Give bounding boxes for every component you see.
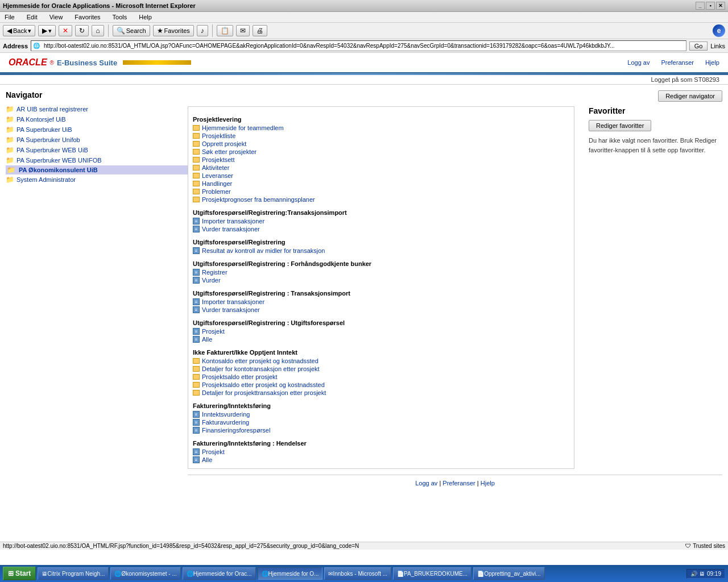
nav-link-pa-superbruker[interactable]: PA Superbruker UiB <box>16 126 72 133</box>
menu-item-prosjektliste[interactable]: Prosjektliste <box>193 132 569 140</box>
link-hjemmeside-teammedlem[interactable]: Hjemmeside for teammedlem <box>202 124 284 131</box>
link-prosjektliste[interactable]: Prosjektliste <box>202 132 235 139</box>
media-button[interactable]: ♪ <box>197 25 208 36</box>
nav-link-system-admin[interactable]: System Administrator <box>16 176 76 183</box>
nav-link-pa-kontorsjef[interactable]: PA Kontorsjef UiB <box>16 116 66 123</box>
menu-item-resultat-kontroll[interactable]: ≡ Resultat av kontroll av midler for tra… <box>193 247 569 255</box>
nav-link-pa-superbruker-unifob[interactable]: PA Superbruker Unifob <box>16 136 80 143</box>
menu-item-finansieringsforespørsel[interactable]: ≡ Finansieringsforespørsel <box>193 426 569 434</box>
menu-item-vurder[interactable]: ≡ Vurder <box>193 276 569 284</box>
link-prosjektsett[interactable]: Prosjektsett <box>202 156 234 163</box>
link-opprett-prosjekt[interactable]: Opprett prosjekt <box>202 140 246 147</box>
link-prosjekt-utg[interactable]: Prosjekt <box>202 328 225 335</box>
stop-button[interactable]: ✕ <box>59 25 72 36</box>
menu-help[interactable]: Help <box>137 13 154 21</box>
link-problemer[interactable]: Problemer <box>202 188 231 195</box>
link-fakturavurdering[interactable]: Fakturavurdering <box>202 419 249 426</box>
menu-item-vurder-trans-2[interactable]: ≡ Vurder transaksjoner <box>193 306 569 314</box>
menu-item-prosjektprognoser[interactable]: Prosjektprognoser fra bemanningsplaner <box>193 196 569 203</box>
menu-item-prosjektsaldo[interactable]: Prosjektsaldo etter prosjekt <box>193 373 569 381</box>
nav-link-pa-okonomikonsulent[interactable]: PA Økonomikonsulent UiB <box>18 167 99 173</box>
menu-edit[interactable]: Edit <box>25 13 39 21</box>
print-button[interactable]: 🖨 <box>253 25 267 36</box>
link-inntektsvurdering[interactable]: Inntektsvurdering <box>202 411 250 418</box>
menu-tools[interactable]: Tools <box>111 13 129 21</box>
hjelp-link[interactable]: Hjelp <box>705 59 719 66</box>
back-button[interactable]: ◀ Back ▾ <box>3 25 35 36</box>
nav-item-pa-superbruker[interactable]: 📁 PA Superbruker UiB <box>6 124 188 135</box>
menu-item-prosjektsaldo-kost[interactable]: Prosjektsaldo etter prosjekt og kostnads… <box>193 381 569 389</box>
menu-view[interactable]: View <box>48 13 65 21</box>
link-leveranser[interactable]: Leveranser <box>202 172 233 179</box>
home-button[interactable]: ⌂ <box>92 25 104 36</box>
menu-item-detaljer-prosjekttrans[interactable]: Detaljer for prosjekttransaksjon etter p… <box>193 389 569 397</box>
link-resultat-kontroll[interactable]: Resultat av kontroll av midler for trans… <box>202 247 325 254</box>
menu-item-alle-hend[interactable]: ≡ Alle <box>193 456 569 464</box>
nav-item-system-admin[interactable]: 📁 System Administrator <box>6 174 188 185</box>
forward-dropdown-icon[interactable]: ▾ <box>48 27 52 35</box>
link-vurder-trans-2[interactable]: Vurder transaksjoner <box>202 306 260 313</box>
bottom-logg-av[interactable]: Logg av <box>415 480 437 487</box>
menu-item-leveranser[interactable]: Leveranser <box>193 172 569 180</box>
link-detaljer-prosjekttrans[interactable]: Detaljer for prosjekttransaksjon etter p… <box>202 389 326 396</box>
window-controls[interactable]: _ ▪ ✕ <box>696 2 725 10</box>
link-finansieringsforespørsel[interactable]: Finansieringsforespørsel <box>202 427 270 434</box>
nav-item-pa-superbruker-unifob[interactable]: 📁 PA Superbruker Unifob <box>6 135 188 145</box>
menu-favorites[interactable]: Favorites <box>73 13 102 21</box>
nav-item-pa-okonomikonsulent[interactable]: 📁 PA Økonomikonsulent UiB <box>6 165 188 174</box>
refresh-button[interactable]: ↻ <box>75 25 89 36</box>
maximize-button[interactable]: ▪ <box>706 2 715 10</box>
link-registrer[interactable]: Registrer <box>202 269 228 276</box>
link-kontosaldo[interactable]: Kontosaldo etter prosjekt og kostnadsste… <box>202 357 318 364</box>
menu-item-importer-trans-2[interactable]: ≡ Importer transaksjoner <box>193 298 569 306</box>
menu-file[interactable]: File <box>3 13 16 21</box>
address-input[interactable] <box>42 41 684 50</box>
link-prosjektsaldo-kost[interactable]: Prosjektsaldo etter prosjekt og kostnads… <box>202 381 325 388</box>
menu-item-opprett-prosjekt[interactable]: Opprett prosjekt <box>193 140 569 148</box>
nav-item-pa-superbruker-web-unifob[interactable]: 📁 PA Superbruker WEB UNIFOB <box>6 155 188 165</box>
back-dropdown-icon[interactable]: ▾ <box>28 27 31 35</box>
link-importer-trans-2[interactable]: Importer transaksjoner <box>202 298 264 305</box>
menu-item-prosjekt-hend[interactable]: ≡ Prosjekt <box>193 448 569 456</box>
menu-item-fakturavurdering[interactable]: ≡ Fakturavurdering <box>193 418 569 426</box>
menu-item-alle-utg[interactable]: ≡ Alle <box>193 335 569 343</box>
menu-item-problemer[interactable]: Problemer <box>193 188 569 196</box>
nav-item-pa-kontorsjef[interactable]: 📁 PA Kontorsjef UiB <box>6 114 188 124</box>
bottom-hjelp[interactable]: Hjelp <box>481 480 495 487</box>
link-alle-hend[interactable]: Alle <box>202 456 212 463</box>
nav-link-pa-superbruker-web-unifob[interactable]: PA Superbruker WEB UNIFOB <box>16 157 102 164</box>
menu-item-detaljer-kontotrans[interactable]: Detaljer for kontotransaksjon etter pros… <box>193 365 569 373</box>
rediger-favoritter-button[interactable]: Rediger favoritter <box>589 120 651 131</box>
menu-item-vurder-trans-1[interactable]: ≡ Vurder transaksjoner <box>193 225 569 233</box>
menu-item-registrer[interactable]: ≡ Registrer <box>193 268 569 276</box>
link-detaljer-kontotrans[interactable]: Detaljer for kontotransaksjon etter pros… <box>202 365 320 372</box>
menu-item-handlinger[interactable]: Handlinger <box>193 180 569 188</box>
forward-button[interactable]: ▶ ▾ <box>38 25 56 36</box>
menu-item-inntektsvurdering[interactable]: ≡ Inntektsvurdering <box>193 410 569 418</box>
logg-av-link[interactable]: Logg av <box>627 59 650 66</box>
menu-item-importer-trans-1[interactable]: ≡ Importer transaksjoner <box>193 217 569 225</box>
link-alle-utg[interactable]: Alle <box>202 336 212 343</box>
menu-item-hjemmeside-teammedlem[interactable]: Hjemmeside for teammedlem <box>193 124 569 132</box>
link-sok-prosjekter[interactable]: Søk etter prosjekter <box>202 148 257 155</box>
bottom-preferanser[interactable]: Preferanser <box>442 480 475 487</box>
rediger-navigator-button[interactable]: Rediger navigator <box>658 90 722 102</box>
menu-item-prosjekt-utg[interactable]: ≡ Prosjekt <box>193 327 569 335</box>
preferanser-link[interactable]: Preferanser <box>661 59 693 66</box>
nav-item-pa-superbruker-web-uib[interactable]: 📁 PA Superbruker WEB UiB <box>6 145 188 155</box>
menu-item-sok-prosjekter[interactable]: Søk etter prosjekter <box>193 148 569 156</box>
nav-link-pa-superbruker-web-uib[interactable]: PA Superbruker WEB UiB <box>16 147 88 153</box>
menu-item-aktiviteter[interactable]: Aktiviteter <box>193 164 569 172</box>
nav-link-ar[interactable]: AR UIB sentral registrerer <box>16 106 88 113</box>
link-prosjektprognoser[interactable]: Prosjektprognoser fra bemanningsplaner <box>202 196 315 203</box>
nav-item-ar[interactable]: 📁 AR UIB sentral registrerer <box>6 104 188 114</box>
go-button[interactable]: Go <box>689 41 708 51</box>
close-button[interactable]: ✕ <box>716 2 725 10</box>
link-aktiviteter[interactable]: Aktiviteter <box>202 164 229 171</box>
menu-item-prosjektsett[interactable]: Prosjektsett <box>193 156 569 164</box>
link-prosjektsaldo[interactable]: Prosjektsaldo etter prosjekt <box>202 373 278 380</box>
mail-button[interactable]: ✉ <box>236 25 250 36</box>
menu-item-kontosaldo[interactable]: Kontosaldo etter prosjekt og kostnadsste… <box>193 357 569 365</box>
link-vurder-trans-1[interactable]: Vurder transaksjoner <box>202 226 260 232</box>
favorites-button[interactable]: ★ Favorites <box>153 25 194 36</box>
